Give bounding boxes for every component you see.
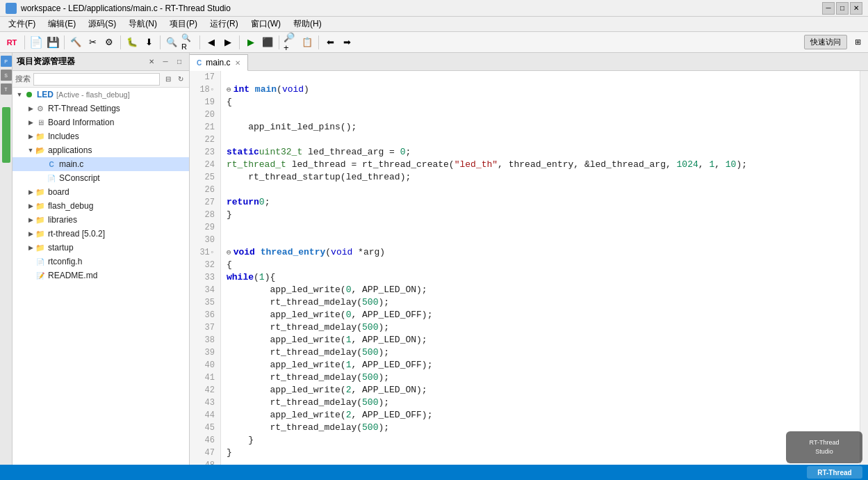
code-line-43: rt_thread_mdelay(500); [227, 397, 854, 409]
startup-arrow[interactable]: ▶ [26, 243, 35, 252]
sidebar-icon-3[interactable]: T [1, 83, 12, 95]
applications-label: applications [48, 145, 92, 155]
toolbar-separator-8 [318, 35, 319, 49]
clean-button[interactable]: ✂ [85, 35, 100, 50]
explorer-minimize-btn[interactable]: ─ [160, 56, 171, 67]
applications-arrow[interactable]: ▼ [26, 146, 35, 154]
back-button[interactable]: ◀ [204, 35, 219, 50]
code-line-28: } [227, 209, 854, 221]
forward-button[interactable]: ▶ [220, 35, 236, 50]
maximize-button[interactable]: □ [836, 2, 849, 15]
rt-logo-button[interactable]: RT [3, 35, 21, 50]
main-c-label: main.c [59, 159, 83, 169]
explorer-maximize-btn[interactable]: □ [174, 56, 185, 67]
build-button[interactable]: 🔨 [68, 35, 83, 50]
menu-edit[interactable]: 编辑(E) [42, 17, 81, 31]
board-arrow[interactable]: ▶ [26, 188, 35, 196]
tree-item-sconscript[interactable]: ▶ 📄 SConscript [13, 171, 189, 185]
tree-item-rt-thread[interactable]: ▶ 📁 rt-thread [5.0.2] [13, 227, 189, 241]
menu-project[interactable]: 项目(P) [164, 17, 203, 31]
libraries-arrow[interactable]: ▶ [26, 216, 35, 224]
tree-item-rt-settings[interactable]: ▶ ⚙ RT-Thread Settings [13, 102, 189, 115]
rt-thread-arrow[interactable]: ▶ [26, 230, 35, 238]
minimize-button[interactable]: ─ [822, 2, 835, 15]
tree-item-board[interactable]: ▶ 📁 board [13, 185, 189, 199]
collapse-all-btn[interactable]: ⊟ [163, 74, 174, 85]
search-replace-button[interactable]: 🔍R [181, 35, 196, 50]
editor-area: C main.c ✕ 17 18◦ 19 20 21 22 23 24 25 [190, 53, 868, 465]
status-right: RT-Thread [807, 466, 862, 479]
status-bar: RT-Thread [0, 465, 868, 480]
code-line-19: { [227, 96, 854, 109]
code-line-27: return 0; [227, 196, 854, 209]
board-select-button[interactable]: 📋 [300, 35, 315, 50]
flash-debug-folder-icon: 📁 [35, 200, 46, 211]
app-icon [6, 3, 17, 14]
menu-file[interactable]: 文件(F) [3, 17, 41, 31]
code-line-20 [227, 109, 854, 121]
toolbar-separator-2 [64, 35, 65, 49]
menu-help[interactable]: 帮助(H) [288, 17, 327, 31]
tree-item-main-c[interactable]: ▶ C main.c [13, 157, 189, 171]
tree-item-startup[interactable]: ▶ 📁 startup [13, 241, 189, 255]
run-button[interactable]: ▶ [243, 35, 259, 50]
tree-item-applications[interactable]: ▼ 📂 applications [13, 143, 189, 157]
menu-extra-button[interactable]: ⊞ [850, 35, 865, 50]
tree-item-libraries[interactable]: ▶ 📁 libraries [13, 213, 189, 227]
sidebar-icon-2[interactable]: S [1, 70, 12, 81]
code-line-21: app_init_led_pins(); [227, 121, 854, 134]
toolbar-separator-6 [239, 35, 240, 49]
zoom-in-button[interactable]: 🔎+ [283, 35, 298, 50]
code-line-40: app_led_write(1, APP_LED_OFF); [227, 359, 854, 371]
tab-main-c[interactable]: C main.c ✕ [190, 54, 248, 71]
tree-item-rtconfig[interactable]: ▶ 📄 rtconfig.h [13, 255, 189, 269]
download-button[interactable]: ⬇ [141, 35, 156, 50]
explorer-tree: ▼ LED [Active - flash_debug] ▶ ⚙ RT-Thre… [13, 88, 189, 465]
includes-arrow[interactable]: ▶ [26, 132, 35, 141]
code-line-26 [227, 184, 854, 196]
rt-settings-arrow[interactable]: ▶ [26, 104, 35, 113]
menu-bar: 文件(F) 编辑(E) 源码(S) 导航(N) 项目(P) 运行(R) 窗口(W… [0, 17, 868, 32]
left-nav-button[interactable]: ⬅ [322, 35, 338, 50]
led-arrow[interactable]: ▼ [15, 90, 24, 99]
tab-label: main.c [206, 58, 230, 67]
tree-item-board-info[interactable]: ▶ 🖥 Board Information [13, 115, 189, 129]
sidebar-icon-1[interactable]: P [1, 56, 12, 67]
save-button[interactable]: 💾 [45, 35, 60, 50]
settings-button[interactable]: ⚙ [101, 35, 117, 50]
flash-debug-arrow[interactable]: ▶ [26, 202, 35, 210]
startup-folder-icon: 📁 [35, 242, 46, 253]
quick-access-button[interactable]: 快速访问 [804, 35, 847, 49]
code-editor[interactable]: 17 18◦ 19 20 21 22 23 24 25 26 27 28 29 … [190, 71, 868, 465]
debug-button[interactable]: 🐛 [124, 35, 140, 50]
tree-item-flash-debug[interactable]: ▶ 📁 flash_debug [13, 199, 189, 213]
rt-settings-label: RT-Thread Settings [48, 104, 120, 113]
rt-thread-label: rt-thread [5.0.2] [48, 229, 105, 239]
explorer-close-btn[interactable]: ✕ [146, 56, 157, 67]
toolbar-separator-4 [160, 35, 161, 49]
vertical-scrollbar[interactable] [860, 71, 868, 465]
menu-navigate[interactable]: 导航(N) [123, 17, 163, 31]
main-c-icon: C [46, 159, 57, 170]
code-line-22 [227, 134, 854, 146]
tab-close-btn[interactable]: ✕ [235, 59, 240, 67]
close-button[interactable]: ✕ [850, 2, 862, 15]
tree-item-includes[interactable]: ▶ 📁 Includes [13, 129, 189, 143]
search-input-box[interactable] [33, 73, 160, 86]
libraries-label: libraries [48, 215, 77, 225]
explorer-panel: 项目资源管理器 ✕ ─ □ 搜索 ⊟ ↻ ▼ LED [Active - fla… [13, 53, 190, 465]
right-nav-button[interactable]: ➡ [339, 35, 354, 50]
code-lines[interactable]: ⊖int main(void) { app_init_led_pins(); s… [221, 71, 860, 465]
tree-item-readme[interactable]: ▶ 📝 README.md [13, 269, 189, 282]
search-button[interactable]: 🔍 [164, 35, 179, 50]
new-button[interactable]: 📄 [28, 35, 44, 50]
refresh-btn[interactable]: ↻ [175, 74, 186, 85]
menu-source[interactable]: 源码(S) [83, 17, 122, 31]
code-line-17 [227, 71, 854, 83]
stop-button[interactable]: ⬛ [260, 35, 275, 50]
tree-item-led[interactable]: ▼ LED [Active - flash_debug] [13, 88, 189, 102]
menu-window[interactable]: 窗口(W) [245, 17, 286, 31]
main-area: P S T 项目资源管理器 ✕ ─ □ 搜索 ⊟ ↻ ▼ LED [Active… [0, 53, 868, 465]
menu-run[interactable]: 运行(R) [204, 17, 244, 31]
board-info-arrow[interactable]: ▶ [26, 118, 35, 127]
